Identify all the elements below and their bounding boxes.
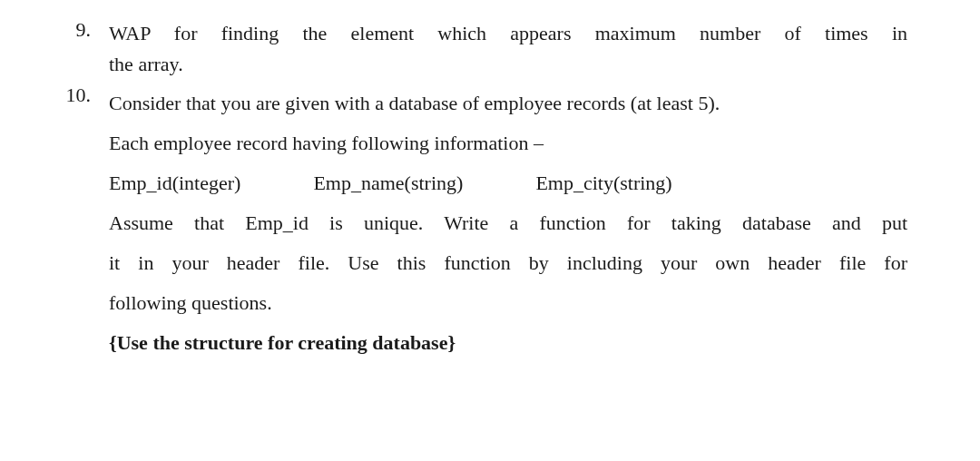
question-text-line: it in your header file. Use this functio… xyxy=(109,243,907,283)
question-text-line: Consider that you are given with a datab… xyxy=(109,83,907,123)
field-list: Emp_id(integer) Emp_name(string) Emp_cit… xyxy=(109,163,907,203)
field-emp-name: Emp_name(string) xyxy=(313,163,463,203)
question-content: WAP for finding the element which appear… xyxy=(109,18,907,80)
field-emp-id: Emp_id(integer) xyxy=(109,163,240,203)
question-10: 10. Consider that you are given with a d… xyxy=(54,83,907,363)
question-content: Consider that you are given with a datab… xyxy=(109,83,907,363)
question-number: 9. xyxy=(54,18,109,80)
question-9: 9. WAP for finding the element which app… xyxy=(54,18,907,80)
question-number: 10. xyxy=(54,83,109,363)
question-text-line: the array. xyxy=(109,49,907,80)
question-text-line: WAP for finding the element which appear… xyxy=(109,18,907,49)
question-text-line: following questions. xyxy=(109,283,907,323)
question-note-bold: {Use the structure for creating database… xyxy=(109,323,907,363)
question-text-line: Assume that Emp_id is unique. Write a fu… xyxy=(109,203,907,243)
field-emp-city: Emp_city(string) xyxy=(535,163,671,203)
question-text-line: Each employee record having following in… xyxy=(109,123,907,163)
